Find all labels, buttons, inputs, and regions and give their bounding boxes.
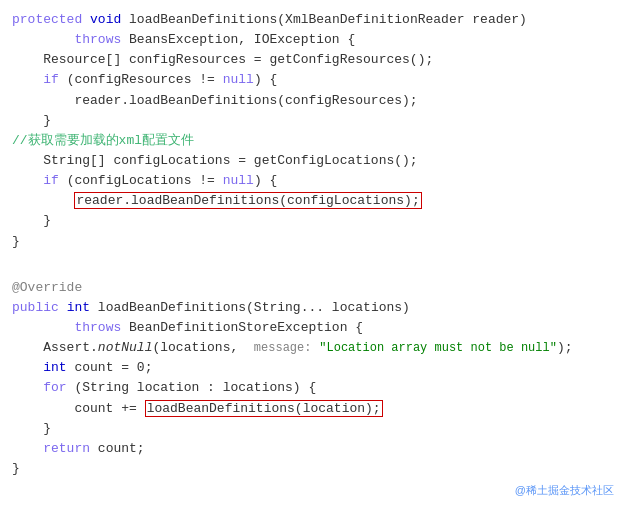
line-s1l12: } [0,232,626,252]
line-s1l6: } [0,111,626,131]
line-s1l9: if (configLocations != null) { [0,171,626,191]
line-s2l1: @Override [0,278,626,298]
line-s2l8: } [0,419,626,439]
watermark: @稀土掘金技术社区 [515,482,614,499]
line-s1l1: protected void loadBeanDefinitions(XmlBe… [0,10,626,30]
line-s1l4: if (configResources != null) { [0,70,626,90]
line-s2l9: return count; [0,439,626,459]
code-container: protected void loadBeanDefinitions(XmlBe… [0,0,626,489]
line-s1l10: reader.loadBeanDefinitions(configLocatio… [0,191,626,211]
line-s1l5: reader.loadBeanDefinitions(configResourc… [0,91,626,111]
section-2: @Override public int loadBeanDefinitions… [0,274,626,483]
line-s2l10: } [0,459,626,479]
line-s1l11: } [0,211,626,231]
section-1: protected void loadBeanDefinitions(XmlBe… [0,6,626,256]
line-s2l6: for (String location : locations) { [0,378,626,398]
line-s2l4: Assert.notNull(locations, message: "Loca… [0,338,626,358]
line-comment: //获取需要加载的xml配置文件 [0,131,626,151]
line-s2l3: throws BeanDefinitionStoreException { [0,318,626,338]
line-s2l5: int count = 0; [0,358,626,378]
line-s1l2: throws BeansException, IOException { [0,30,626,50]
section-gap [0,256,626,274]
line-s1l8: String[] configLocations = getConfigLoca… [0,151,626,171]
line-s2l2: public int loadBeanDefinitions(String...… [0,298,626,318]
line-s1l3: Resource[] configResources = getConfigRe… [0,50,626,70]
line-s2l7: count += loadBeanDefinitions(location); [0,399,626,419]
